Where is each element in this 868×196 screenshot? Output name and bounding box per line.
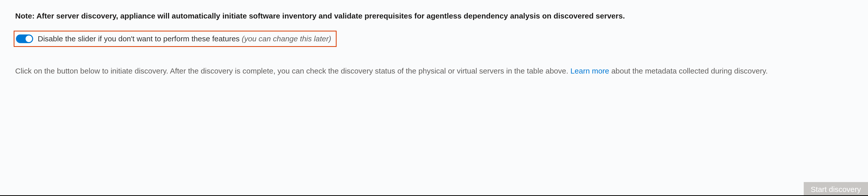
start-discovery-button[interactable]: Start discovery <box>804 182 868 195</box>
learn-more-link[interactable]: Learn more <box>570 67 609 75</box>
toggle-label: Disable the slider if you don't want to … <box>38 34 331 43</box>
feature-toggle-row: Disable the slider if you don't want to … <box>14 31 337 47</box>
toggle-label-hint: (you can change this later) <box>242 34 331 43</box>
instructions-after: about the metadata collected during disc… <box>609 67 768 75</box>
note-body: After server discovery, appliance will a… <box>36 12 625 20</box>
note-heading: Note: After server discovery, appliance … <box>15 10 825 22</box>
instructions-text: Click on the button below to initiate di… <box>15 65 825 77</box>
toggle-label-main: Disable the slider if you don't want to … <box>38 34 242 43</box>
note-prefix: Note: <box>15 12 36 20</box>
toggle-thumb <box>26 35 32 42</box>
instructions-before: Click on the button below to initiate di… <box>15 67 570 75</box>
feature-toggle[interactable] <box>16 34 33 43</box>
